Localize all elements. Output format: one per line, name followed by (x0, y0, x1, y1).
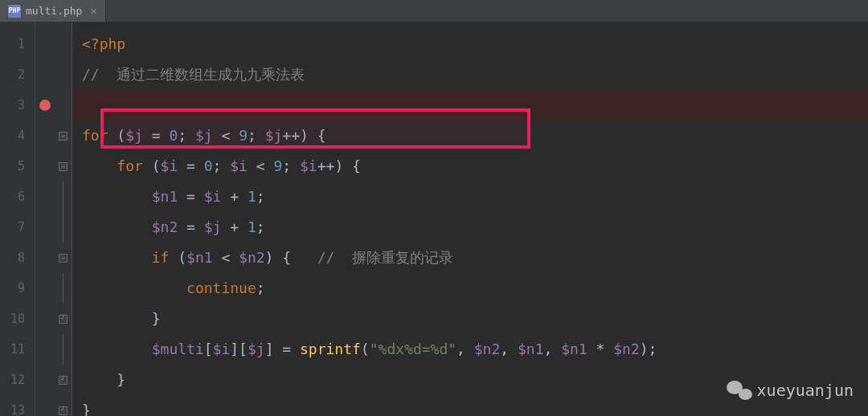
line-number: 1 (0, 29, 35, 59)
fold-gutter: − − − ┘ ┘ ┘ (55, 22, 72, 416)
line-number: 5 (0, 151, 35, 181)
code-line: } (72, 304, 868, 334)
code-line: if ($n1 < $n2) { // 摒除重复的记录 (72, 243, 868, 273)
fold-end-icon: ┘ (59, 406, 68, 415)
code-line: for ($j = 0; $j < 9; $j++) { (72, 120, 868, 151)
code-line: <?php (72, 29, 868, 59)
php-file-icon: PHP (8, 5, 21, 18)
code-line: continue; (72, 273, 868, 304)
fold-line (63, 181, 63, 212)
line-number: 3 (0, 90, 35, 120)
line-number: 10 (0, 304, 35, 334)
line-number: 2 (0, 59, 35, 90)
code-line: // 通过二维数组生成九九乘法表 (72, 59, 868, 90)
tab-bar: PHP multi.php × (0, 0, 868, 22)
fold-toggle-icon[interactable]: − (59, 254, 68, 263)
line-number: 13 (0, 395, 35, 416)
line-number: 11 (0, 334, 35, 365)
fold-line (63, 273, 63, 304)
fold-toggle-icon[interactable]: − (59, 162, 68, 171)
line-number: 6 (0, 181, 35, 212)
wechat-icon (727, 379, 752, 402)
code-line: $n1 = $i + 1; (72, 181, 868, 212)
line-number-gutter: 1 2 3 4 5 6 7 8 9 10 11 12 13 (0, 22, 35, 416)
breakpoint-icon[interactable] (39, 100, 51, 111)
fold-toggle-icon[interactable]: − (59, 132, 68, 141)
code-line: $n2 = $j + 1; (72, 212, 868, 243)
file-tab[interactable]: PHP multi.php × (0, 0, 106, 22)
code-line: $multi[$i][$j] = sprintf("%dx%d=%d", $n2… (72, 334, 868, 365)
line-number: 4 (0, 120, 35, 151)
fold-line (63, 212, 63, 243)
fold-line (63, 334, 63, 365)
close-icon[interactable]: × (90, 5, 96, 18)
fold-end-icon: ┘ (59, 376, 68, 385)
breakpoint-gutter[interactable] (35, 22, 55, 416)
code-line: for ($i = 0; $i < 9; $i++) { (72, 151, 868, 181)
code-area[interactable]: <?php // 通过二维数组生成九九乘法表 $multi = []; for … (72, 22, 868, 416)
editor: 1 2 3 4 5 6 7 8 9 10 11 12 13 − − − (0, 22, 868, 416)
line-number: 9 (0, 273, 35, 304)
line-number: 8 (0, 243, 35, 273)
line-number: 12 (0, 365, 35, 395)
line-number: 7 (0, 212, 35, 243)
watermark-text: xueyuanjun (757, 381, 854, 400)
watermark: xueyuanjun (727, 379, 854, 402)
fold-end-icon: ┘ (59, 315, 68, 324)
current-line-highlight (72, 90, 868, 120)
tab-filename: multi.php (26, 5, 82, 17)
